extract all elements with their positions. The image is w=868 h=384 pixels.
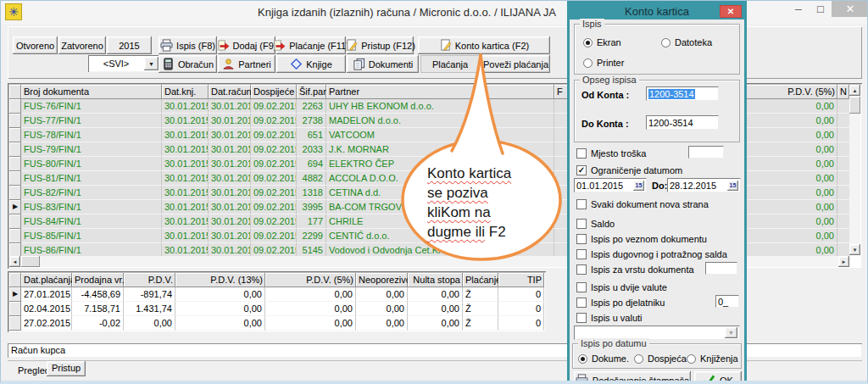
dialog-title-bar[interactable]: Konto kartica bbox=[570, 3, 744, 19]
checkbox-svaki-dokument[interactable]: Svaki dokument nova strana bbox=[576, 198, 709, 210]
scroll-down-icon[interactable]: ▼ bbox=[849, 244, 860, 255]
dodaj-button[interactable]: Dodaj (F9) bbox=[218, 36, 275, 54]
printer-setup-button[interactable]: Podešavanje štampača bbox=[574, 371, 691, 384]
tab-pristup[interactable]: Pristup bbox=[47, 361, 86, 376]
scroll-up-icon[interactable]: ▲ bbox=[849, 85, 860, 96]
scroll-right-icon[interactable]: ► bbox=[838, 256, 849, 267]
date-from-input[interactable]: 01.01.2015 15 bbox=[574, 178, 647, 192]
cell-dospijece: 09.02.2015 bbox=[251, 128, 297, 142]
ok-button[interactable]: OK bbox=[694, 371, 742, 384]
zatvoreno-button[interactable]: Zatvoreno bbox=[58, 36, 106, 54]
close-icon[interactable]: ✕ bbox=[832, 1, 868, 17]
checkbox-dugovnog[interactable]: Ispis dugovnog i potražnog salda bbox=[576, 248, 727, 260]
otvoreno-label: Otvoreno bbox=[16, 41, 54, 51]
header-dat-knj: Dat.knj. bbox=[162, 85, 209, 99]
checkbox-valuti[interactable]: Ispis u valuti bbox=[576, 312, 643, 324]
chevron-down-icon[interactable]: ▼ bbox=[144, 57, 159, 70]
do-konta-input[interactable]: 1200-3514 bbox=[646, 115, 719, 130]
mjesto-troska-input[interactable] bbox=[688, 146, 724, 159]
cell-datknj: 30.01.2015 bbox=[162, 157, 209, 171]
window-title: Knjiga izdanih (izlaznih) računa / Micro… bbox=[258, 6, 556, 19]
year-label: 2015 bbox=[119, 41, 139, 51]
scroll-left-icon[interactable]: ◄ bbox=[9, 256, 20, 267]
knjige-button[interactable]: Knjige bbox=[276, 55, 346, 73]
payment-row[interactable]: 27.02.2015 -0,02 0,00 0,00 0,00 0,00 0,0… bbox=[9, 316, 544, 331]
dialog-close-icon[interactable]: ✕ bbox=[720, 5, 742, 18]
cell: 1.431,74 bbox=[124, 302, 175, 316]
payment-arrow-icon bbox=[273, 39, 286, 52]
minimize-icon[interactable]: ─ bbox=[787, 1, 810, 18]
checkbox-label: Ispis dugovnog i potražnog salda bbox=[591, 249, 727, 259]
calendar-icon[interactable]: 15 bbox=[633, 181, 644, 191]
cell-dospijece: 09.02.2015 bbox=[251, 214, 297, 229]
date-from-value: 01.01.2015 bbox=[576, 181, 623, 191]
od-konta-input[interactable]: 1200-3514 bbox=[646, 86, 719, 101]
checkbox-ogranicenje-datumom[interactable]: Ograničenje datumom bbox=[576, 164, 682, 176]
cell-pdv5: 0,00 bbox=[737, 128, 837, 142]
cell: 0 bbox=[498, 287, 544, 302]
cell-sifpart: 2263 bbox=[297, 99, 326, 114]
vertical-scroll-thumb[interactable] bbox=[849, 97, 860, 114]
date-to-input[interactable]: 28.12.2015 15 bbox=[667, 178, 741, 192]
checkbox-mjesto-troska[interactable]: Mjesto troška bbox=[576, 147, 646, 159]
datum-group-label: Ispis po datumu bbox=[578, 338, 649, 348]
cell: 0,00 bbox=[408, 316, 463, 331]
checkbox-saldo[interactable]: Saldo bbox=[576, 218, 615, 230]
radio-dokume[interactable]: Dokume. bbox=[578, 353, 629, 365]
radio-icon bbox=[634, 354, 643, 364]
header-sif-part: Šif.part. bbox=[297, 85, 326, 99]
radio-printer[interactable]: Printer bbox=[583, 57, 624, 69]
horizontal-scroll-thumb[interactable] bbox=[21, 256, 40, 267]
payment-row[interactable]: 02.04.2015 7.158,71 1.431,74 0,00 0,00 0… bbox=[9, 302, 544, 316]
cell-pdv5: 0,00 bbox=[737, 157, 837, 171]
checkbox-label: Ispis u valuti bbox=[591, 313, 643, 323]
chevron-down-icon[interactable]: ▼ bbox=[725, 327, 737, 338]
cell-pdv5: 0,00 bbox=[737, 171, 837, 186]
ispis-group: Ispis Ekran Datoteka Printer bbox=[574, 24, 740, 75]
printer-setup-label: Podešavanje štampača bbox=[593, 376, 689, 384]
cell-n bbox=[837, 229, 849, 243]
cell-sifpart: 2299 bbox=[297, 229, 326, 243]
cell-datracuna: 30.01.2015 bbox=[209, 114, 251, 128]
partneri-button[interactable]: Partneri bbox=[218, 55, 275, 73]
radio-dospjeca[interactable]: Dospjeća bbox=[634, 353, 687, 365]
cell-datracuna: 30.01.2015 bbox=[209, 157, 251, 171]
vrsta-dokumenta-input[interactable] bbox=[705, 262, 737, 275]
cell-n bbox=[837, 99, 849, 114]
add-document-icon bbox=[217, 39, 230, 52]
header-n: N bbox=[837, 85, 849, 99]
ispis-button[interactable]: Ispis (F8) bbox=[159, 36, 217, 54]
cell-datracuna: 30.01.2015 bbox=[209, 171, 251, 186]
otvoreno-button[interactable]: Otvoreno bbox=[13, 36, 58, 54]
checkbox-icon bbox=[576, 148, 587, 159]
checkbox-veznom[interactable]: Ispis po veznom dokumentu bbox=[576, 233, 707, 245]
radio-datoteka[interactable]: Datoteka bbox=[661, 36, 712, 48]
filter-combobox[interactable]: <SVI> ▼ bbox=[88, 55, 160, 72]
checkbox-vrstu-dokumenta[interactable]: Ispis za vrstu dokumenta bbox=[576, 264, 694, 275]
obracun-button[interactable]: Obračun bbox=[159, 55, 217, 73]
cell-datracuna: 30.01.2015 bbox=[209, 186, 251, 200]
checkbox-djelatniku[interactable]: Ispis po djelatniku bbox=[576, 297, 665, 309]
cell-datracuna: 30.01.2015 bbox=[209, 99, 251, 114]
year-button[interactable]: 2015 bbox=[107, 36, 152, 54]
row-selector bbox=[9, 171, 21, 186]
placanje-button[interactable]: Plaćanje (F11) bbox=[276, 36, 346, 54]
payment-row-current[interactable]: ▶ 27.01.2015 -4.458,69 -891,74 0,00 0,00… bbox=[9, 287, 544, 302]
cell: 0,00 bbox=[175, 316, 265, 331]
cell-dospijece: 09.02.2015 bbox=[251, 157, 297, 171]
djelatnik-input[interactable]: 0_ bbox=[715, 295, 739, 308]
cell-datracuna: 30.01.2015 bbox=[209, 200, 251, 214]
cell-doc: FUS-81/FIN/1 bbox=[21, 171, 162, 186]
calendar-icon[interactable]: 15 bbox=[727, 181, 738, 191]
header-broj-dokumenta: Broj dokumenta bbox=[21, 85, 162, 99]
radio-knjizenja[interactable]: Knjiženja bbox=[687, 353, 738, 365]
maximize-icon[interactable]: □ bbox=[810, 1, 832, 18]
date-to-value: 28.12.2015 bbox=[670, 181, 716, 191]
checkbox-label: Ispis po veznom dokumentu bbox=[591, 234, 707, 244]
radio-ekran[interactable]: Ekran bbox=[583, 36, 621, 48]
cell: 0,00 bbox=[408, 302, 463, 316]
checkbox-dvije-valute[interactable]: Ispis u dvije valute bbox=[576, 281, 667, 293]
cell-sifpart: 694 bbox=[297, 157, 326, 171]
cell-n bbox=[837, 142, 849, 157]
vertical-scrollbar[interactable]: ▲ ▼ bbox=[849, 85, 860, 255]
